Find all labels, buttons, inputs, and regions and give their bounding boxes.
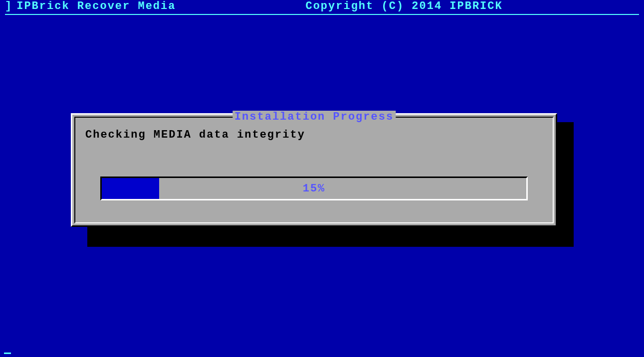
progress-percentage: 15% [303,182,326,195]
header-bracket: ] [5,0,12,12]
app-title: IPBrick Recover Media [16,0,176,12]
header-divider [5,14,639,15]
progress-dialog: Installation Progress Checking MEDIA dat… [71,113,557,227]
dialog-title: Installation Progress [232,111,396,123]
header-bar: ] IPBrick Recover Media Copyright (C) 20… [0,0,644,14]
status-message: Checking MEDIA data integrity [85,129,305,141]
copyright-text: Copyright (C) 2014 IPBRICK [305,0,502,12]
cursor-indicator [4,353,11,354]
dialog-inner-frame: Installation Progress Checking MEDIA dat… [74,117,554,223]
progress-bar: 15% [100,177,528,200]
progress-fill [102,178,159,199]
